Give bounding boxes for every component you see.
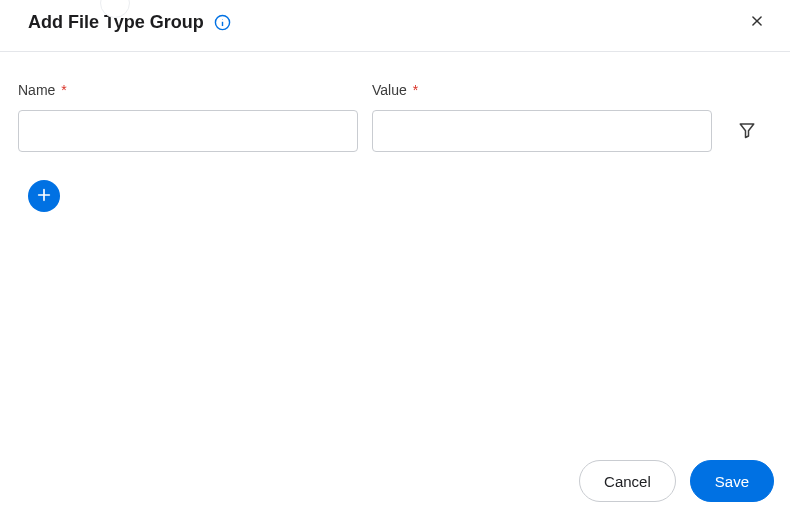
dialog-footer: Cancel Save — [579, 460, 774, 502]
filter-button[interactable] — [732, 110, 762, 152]
value-label: Value * — [372, 82, 712, 98]
plus-icon — [36, 187, 52, 206]
svg-point-2 — [222, 19, 223, 20]
add-button[interactable] — [28, 180, 60, 212]
name-label: Name * — [18, 82, 358, 98]
close-icon — [750, 14, 764, 31]
name-required-asterisk: * — [61, 82, 66, 98]
save-button[interactable]: Save — [690, 460, 774, 502]
fields-row: Name * Value * — [18, 82, 768, 152]
name-label-text: Name — [18, 82, 55, 98]
name-input[interactable] — [18, 110, 358, 152]
value-input[interactable] — [372, 110, 712, 152]
value-field-group: Value * — [372, 82, 712, 152]
info-icon[interactable] — [214, 14, 231, 31]
close-button[interactable] — [746, 10, 768, 35]
dialog-body: Name * Value * — [0, 52, 790, 212]
name-field-group: Name * — [18, 82, 358, 152]
value-required-asterisk: * — [413, 82, 418, 98]
cancel-button[interactable]: Cancel — [579, 460, 676, 502]
filter-icon — [738, 121, 756, 142]
add-row — [18, 180, 768, 212]
svg-marker-5 — [740, 124, 754, 138]
header-left: Add File Type Group — [28, 12, 231, 33]
value-label-text: Value — [372, 82, 407, 98]
